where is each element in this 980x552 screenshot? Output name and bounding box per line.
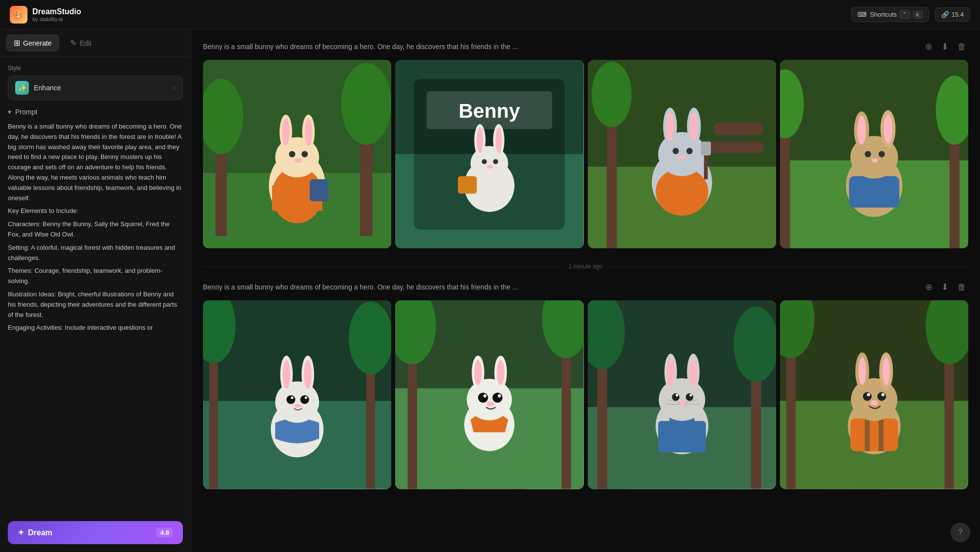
delete-button-2[interactable]: 🗑	[955, 280, 968, 294]
svg-rect-35	[713, 123, 763, 135]
svg-point-38	[591, 62, 631, 127]
svg-point-76	[283, 360, 290, 389]
svg-point-43	[666, 112, 674, 141]
refresh-button-1[interactable]: ⊕	[923, 39, 934, 54]
svg-point-46	[672, 148, 678, 154]
svg-point-47	[686, 148, 693, 154]
prompt-detail-2: Themes: Courage, friendship, teamwork, a…	[8, 266, 183, 287]
svg-text:Benny: Benny	[459, 100, 520, 122]
prompt-detail-0: Characters: Benny the Bunny, Sally the S…	[8, 219, 183, 240]
tab-generate[interactable]: ⊞ Generate	[6, 34, 59, 52]
svg-point-145	[870, 400, 878, 405]
logo-area: 🎨 DreamStudio by stability.ai	[10, 6, 81, 24]
style-section: Style ✨ Enhance ›	[8, 65, 183, 100]
svg-point-74	[275, 381, 319, 423]
svg-rect-58	[849, 176, 899, 208]
svg-point-48	[678, 155, 686, 159]
edit-icon: ✎	[70, 38, 76, 48]
image-card-1[interactable]	[203, 60, 391, 248]
image-card-3[interactable]	[588, 60, 776, 248]
svg-point-78	[304, 360, 311, 389]
app-subtitle: by stability.ai	[32, 16, 81, 22]
tab-edit[interactable]: ✎ Edit	[62, 34, 99, 52]
timestamp-divider: 1 minute ago	[203, 263, 968, 270]
svg-point-97	[497, 360, 504, 385]
trash-icon: 🗑	[957, 42, 966, 52]
tab-generate-label: Generate	[23, 39, 51, 47]
svg-rect-29	[458, 176, 477, 194]
help-icon: ?	[958, 528, 963, 537]
svg-rect-36	[707, 142, 763, 153]
dream-button[interactable]: ✦ Dream 4.8	[8, 521, 183, 544]
refresh-icon: ⊕	[925, 41, 932, 52]
refresh-icon-2: ⊕	[925, 282, 932, 292]
svg-point-64	[865, 151, 871, 158]
svg-point-45	[690, 112, 697, 141]
dream-button-left: ✦ Dream	[18, 528, 52, 537]
gen-prompt-2: Benny is a small bunny who dreams of bec…	[203, 283, 913, 291]
svg-point-138	[858, 358, 866, 385]
svg-point-31	[493, 159, 498, 164]
image-card-6[interactable]	[395, 300, 583, 489]
trash-icon-2: 🗑	[957, 282, 966, 292]
dream-icon: ✦	[18, 528, 24, 537]
content-area: Benny is a small bunny who dreams of bec…	[191, 29, 980, 552]
svg-point-100	[493, 393, 503, 403]
svg-point-26	[477, 128, 483, 153]
prompt-main: Benny is a small bunny who dreams of bec…	[8, 122, 183, 203]
prompt-key-elements: Key Elements to Include:	[8, 206, 183, 216]
svg-point-65	[879, 151, 885, 158]
image-card-4[interactable]	[780, 60, 968, 248]
logo-icon: 🎨	[10, 6, 27, 24]
credits-value: 15.4	[952, 11, 964, 18]
download-icon: ⬇	[941, 41, 949, 52]
shortcuts-button[interactable]: ⌨ Shortcuts ⌃ K	[851, 7, 929, 22]
sidebar-tabs: ⊞ Generate ✎ Edit	[0, 29, 191, 57]
svg-point-5	[341, 63, 391, 145]
credits-icon: 🔗	[941, 11, 949, 18]
refresh-button-2[interactable]: ⊕	[923, 280, 934, 294]
topbar: 🎨 DreamStudio by stability.ai ⌨ Shortcut…	[0, 0, 980, 29]
style-selector[interactable]: ✨ Enhance ›	[8, 76, 183, 100]
prompt-detail-4: Engaging Activities: Include interactive…	[8, 323, 183, 333]
svg-rect-110	[658, 421, 705, 452]
image-card-8[interactable]	[780, 300, 968, 489]
svg-point-112	[658, 378, 705, 421]
svg-point-15	[302, 151, 308, 158]
svg-point-72	[349, 302, 391, 375]
tab-edit-label: Edit	[79, 39, 91, 47]
prompt-collapse-icon: ▾	[8, 108, 11, 116]
svg-rect-133	[850, 419, 898, 451]
prompt-detail-3: Illustration Ideas: Bright, cheerful ill…	[8, 289, 183, 320]
svg-point-13	[304, 118, 312, 146]
logo-text: DreamStudio by stability.ai	[32, 7, 81, 22]
sidebar-content: Style ✨ Enhance › ▾ Prompt Benny is a sm…	[0, 57, 191, 513]
style-label: Style	[8, 65, 183, 72]
image-card-5[interactable]	[203, 300, 391, 489]
gen-header-2: Benny is a small bunny who dreams of bec…	[203, 280, 968, 294]
image-card-2[interactable]: Benny	[395, 60, 583, 248]
prompt-body-text: Benny is a small bunny who dreams of bec…	[8, 122, 183, 333]
svg-point-101	[498, 394, 501, 397]
svg-point-11	[282, 118, 289, 146]
style-enhance-icon: ✨	[15, 81, 29, 95]
app-title: DreamStudio	[32, 7, 81, 16]
delete-button-1[interactable]: 🗑	[955, 40, 968, 54]
image-card-7[interactable]	[588, 300, 776, 489]
svg-point-80	[291, 396, 293, 399]
dream-label: Dream	[28, 528, 52, 537]
prompt-label: Prompt	[15, 108, 37, 116]
shortcuts-label: Shortcuts	[870, 11, 897, 18]
kbd2: K	[913, 11, 922, 19]
prompt-header[interactable]: ▾ Prompt	[8, 108, 183, 116]
svg-point-95	[475, 360, 482, 385]
topbar-right: ⌨ Shortcuts ⌃ K 🔗 15.4	[851, 7, 970, 22]
download-button-2[interactable]: ⬇	[939, 280, 951, 294]
svg-point-93	[467, 379, 512, 421]
help-button[interactable]: ?	[951, 523, 970, 542]
svg-point-116	[689, 358, 697, 386]
download-button-1[interactable]: ⬇	[939, 39, 951, 54]
svg-point-79	[286, 395, 295, 404]
svg-point-28	[496, 128, 502, 153]
svg-point-99	[483, 394, 486, 397]
